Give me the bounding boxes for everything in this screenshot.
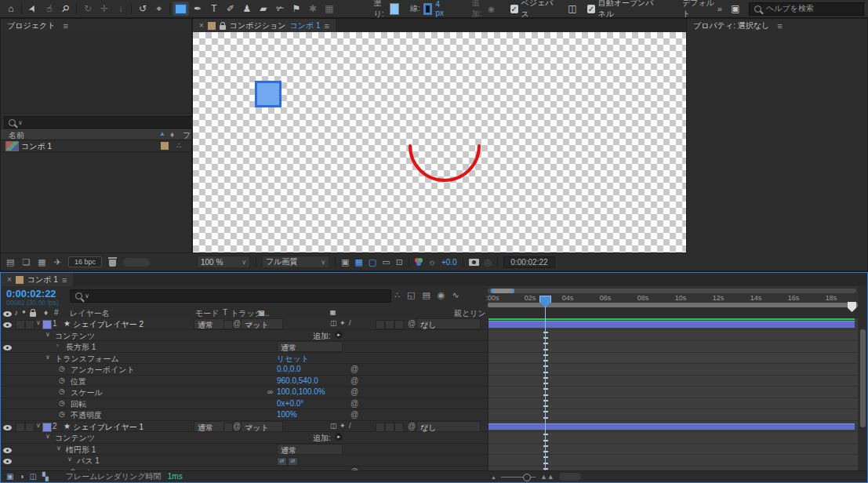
trash-icon[interactable] (109, 260, 116, 267)
parent-link-dropdown[interactable]: なし∨ (416, 318, 481, 329)
draft-mode-icon[interactable]: ◫ (30, 472, 37, 481)
transparency-grid-icon[interactable]: ▦ (354, 257, 362, 267)
layer-expander[interactable]: ∨ (36, 422, 41, 429)
type-column-header[interactable]: フ (183, 130, 191, 141)
transform-expander[interactable]: ∨ (45, 354, 50, 361)
show-snapshot-icon[interactable]: ◎ (485, 257, 492, 267)
pickwhip-icon[interactable]: @ (350, 365, 358, 373)
selection-tool[interactable]: ➤ (23, 0, 42, 19)
project-panel-menu-icon[interactable]: ≡ (63, 21, 67, 31)
brush-tool[interactable]: ✐ (222, 2, 238, 16)
stopwatch-icon[interactable]: ◷ (59, 387, 65, 395)
composition-item-name[interactable]: コンポ 1 (21, 141, 52, 152)
composition-tab-name[interactable]: コンポ 1 (289, 20, 320, 31)
track-matte-dropdown[interactable]: マット∨ (241, 318, 283, 329)
help-search-input[interactable]: ヘルプを検索 (749, 2, 864, 16)
blue-square-shape[interactable] (255, 81, 281, 107)
layer-label-chip[interactable] (42, 423, 52, 432)
reset-link[interactable]: リセット (277, 354, 309, 365)
switch-box[interactable] (394, 423, 404, 432)
property-value[interactable]: 0.0,0.0 (277, 365, 301, 373)
property-value[interactable]: 100% (277, 410, 297, 419)
rotation-tool[interactable]: ↺ (134, 2, 151, 16)
property-value[interactable]: 960.0,540.0 (277, 376, 318, 385)
layer-switch-icon[interactable]: ✦ (340, 319, 346, 327)
puppet-pin-tool[interactable]: ⚑ (288, 2, 304, 16)
switch-box[interactable] (376, 320, 385, 329)
path-group-label[interactable]: パス 1 (77, 456, 100, 467)
exposure-value[interactable]: +0.0 (441, 258, 457, 267)
track-matte-pickwhip[interactable]: @ (233, 319, 241, 328)
auto-open-checkbox-group[interactable]: ✓ 自動オープンパネル (587, 0, 660, 20)
stopwatch-icon[interactable]: ◷ (59, 365, 65, 372)
label-color-swatch[interactable] (161, 142, 169, 150)
layer-name-column-header[interactable]: レイヤー名 (70, 308, 110, 319)
project-column-header[interactable]: 名前 ▲ ♦ フ (1, 129, 191, 140)
zoom-slider-track[interactable] (501, 477, 536, 478)
time-navigator-thumb[interactable] (491, 289, 514, 293)
timeline-pill-button[interactable] (559, 473, 581, 481)
project-panel-title[interactable]: プロジェクト (7, 20, 55, 31)
add-property-button[interactable]: ▸ (335, 433, 343, 441)
layer-duration-bar[interactable] (488, 321, 855, 328)
preserve-transparency-box[interactable] (223, 423, 233, 432)
composition-tab[interactable]: × コンポジション コンポ 1 ≡ (193, 19, 336, 32)
lock-column-icon[interactable] (30, 312, 36, 317)
bit-depth-button[interactable]: 16 bpc (68, 256, 102, 267)
shape-blend-mode-dropdown[interactable]: 通常∨ (277, 341, 343, 352)
lock-switch-box[interactable] (25, 320, 35, 329)
track-matte-pickwhip[interactable]: @ (233, 422, 241, 430)
shape-group-label[interactable]: 楕円形 1 (66, 445, 96, 456)
workspace-icon[interactable]: ▣ (728, 2, 743, 16)
workspace-selector[interactable]: デフォルト (682, 0, 717, 20)
switch-box[interactable] (385, 423, 394, 432)
pan-camera-tool[interactable]: ✛ (96, 2, 112, 16)
comp-mini-flowchart-icon[interactable]: ∴ (394, 290, 400, 300)
bezier-checkbox-group[interactable]: ✓ ベジェパス (510, 0, 556, 20)
composition-viewer[interactable] (193, 32, 686, 253)
project-item-row[interactable]: コンポ 1 ∴ (1, 140, 191, 152)
switches-column-toggle-icon[interactable]: ◪ (258, 309, 265, 317)
stopwatch-icon[interactable]: ◷ (59, 410, 65, 418)
timeline-tab[interactable]: × コンポ 1 ≡ (1, 273, 73, 286)
stopwatch-icon[interactable]: ◷ (59, 376, 65, 384)
red-arc-shape[interactable] (406, 140, 483, 184)
zoom-tool[interactable]: ⚲ (55, 0, 77, 20)
transparency-grid-tool[interactable]: ▦ (321, 2, 337, 16)
resolution-dropdown[interactable]: フル画質 ∨ (262, 256, 329, 268)
region-of-interest-icon[interactable]: ▭ (382, 257, 390, 267)
property-label[interactable]: アンカーポイント (71, 365, 135, 376)
add-property-button[interactable]: ▸ (335, 331, 343, 339)
snapshot-camera-icon[interactable] (469, 259, 479, 266)
composition-panel-menu-icon[interactable]: ≡ (325, 21, 329, 31)
panel-toggle-icon[interactable]: ◫ (565, 2, 579, 16)
group-label[interactable]: コンテンツ (55, 433, 95, 444)
properties-panel-menu-icon[interactable]: ≡ (777, 21, 782, 31)
preserve-transparency-column-header[interactable]: T (223, 308, 227, 317)
fill-color-swatch[interactable] (390, 3, 399, 15)
magnification-dropdown[interactable]: 100 % ∨ (197, 256, 250, 268)
guides-safe-margins-icon[interactable]: ⊡ (396, 257, 403, 267)
motion-blur-master-icon[interactable]: ◑ (19, 472, 24, 481)
pan-behind-tool[interactable]: ⌖ (151, 2, 167, 16)
video-column-icon[interactable] (3, 311, 12, 317)
path-expander[interactable]: ∨ (67, 456, 72, 463)
layer-expander[interactable]: ∨ (36, 319, 41, 326)
layer-label-chip[interactable] (42, 320, 52, 329)
label-column-icon[interactable]: ♦ (170, 130, 174, 139)
orbit-camera-tool[interactable]: ↻ (79, 2, 96, 16)
sort-ascending-icon[interactable]: ▲ (159, 130, 165, 137)
property-label[interactable]: 不透明度 (71, 410, 102, 421)
stroke-width-value[interactable]: 4 px (435, 0, 446, 17)
group-expander[interactable]: ∨ (45, 331, 50, 338)
layer-duration-bar[interactable] (488, 423, 855, 430)
property-label[interactable]: 回転 (71, 399, 86, 410)
rectangle-tool[interactable] (173, 2, 189, 16)
shape-blend-mode-dropdown[interactable]: 通常∨ (277, 444, 343, 455)
switch-box[interactable] (376, 423, 385, 432)
pickwhip-icon[interactable]: @ (350, 410, 358, 419)
add-arrow-icon[interactable]: ◉ (488, 5, 495, 13)
parent-pickwhip[interactable]: @ (408, 319, 416, 328)
timeline-panel-menu-icon[interactable]: ≡ (62, 275, 67, 285)
mode-column-header[interactable]: モード (195, 308, 219, 319)
